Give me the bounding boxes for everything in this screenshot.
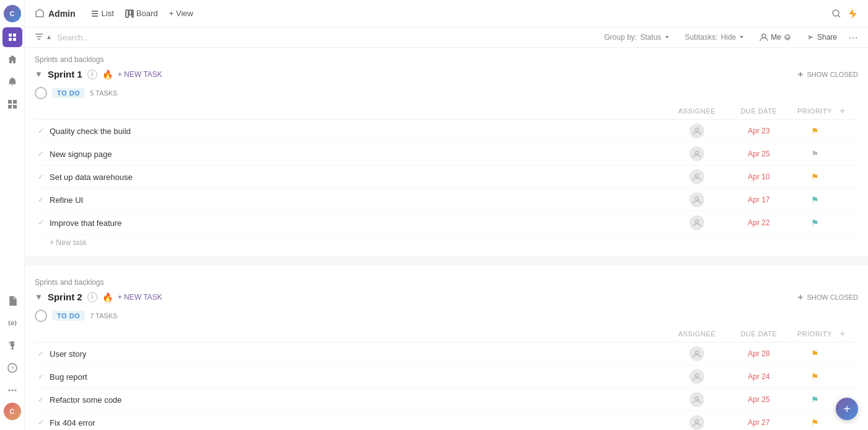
col-priority-header2: PRIORITY xyxy=(790,330,839,338)
sprint1-title-row: ▼ Sprint 1 i 🔥 + NEW TASK SHOW CLOSED xyxy=(35,68,858,83)
add-col-button[interactable]: + xyxy=(839,105,845,116)
sidebar-item-more[interactable] xyxy=(2,380,22,400)
scroll-content: Sprints and backlogs ▼ Sprint 1 i 🔥 + NE… xyxy=(25,48,868,430)
share-button[interactable]: Share xyxy=(802,31,841,43)
search-wrapper[interactable]: Search... xyxy=(57,33,89,42)
lightning-icon[interactable] xyxy=(847,8,858,19)
priority-flag: ⚑ xyxy=(811,372,819,382)
nav-board[interactable]: Board xyxy=(120,6,163,20)
task-due-date: Apr 22 xyxy=(728,218,790,227)
task-check[interactable]: ✓ xyxy=(35,195,47,204)
search-icon[interactable] xyxy=(831,8,842,19)
sprint1-group-circle[interactable] xyxy=(35,87,47,99)
task-check[interactable]: ✓ xyxy=(35,172,47,181)
task-check[interactable]: ✓ xyxy=(35,349,47,358)
more-options-button[interactable]: ⋯ xyxy=(848,32,858,43)
sidebar-item-help[interactable]: ? xyxy=(2,358,22,378)
task-priority: ⚑ xyxy=(790,195,839,205)
user-avatar[interactable]: C xyxy=(4,403,21,420)
task-due-date: Apr 10 xyxy=(728,172,790,181)
task-check[interactable]: ✓ xyxy=(35,218,47,227)
section-divider xyxy=(25,256,868,266)
sprint1-show-closed[interactable]: SHOW CLOSED xyxy=(797,71,858,78)
task-check[interactable]: ✓ xyxy=(35,150,47,158)
table-row[interactable]: ✓ Bug report Apr 24 ⚑ xyxy=(35,365,858,388)
svg-point-8 xyxy=(11,390,13,392)
table-row[interactable]: ✓ Fix 404 error Apr 27 ⚑ xyxy=(35,411,858,430)
assignee-avatar xyxy=(689,146,704,161)
me-button[interactable]: Me xyxy=(756,31,795,43)
sprint2-show-closed[interactable]: SHOW CLOSED xyxy=(797,293,858,301)
workspace-avatar[interactable]: C xyxy=(4,5,21,22)
sprint2-col-headers: ASSIGNEE DUE DATE PRIORITY + xyxy=(35,326,858,343)
svg-rect-10 xyxy=(126,10,128,17)
sprint2-info[interactable]: i xyxy=(87,292,97,302)
task-check[interactable]: ✓ xyxy=(35,127,47,135)
sprint2-group-tag: TO DO xyxy=(52,311,85,321)
task-name: New signup page xyxy=(47,150,666,159)
task-check[interactable]: ✓ xyxy=(35,372,47,381)
sprint2-collapse[interactable]: ▼ xyxy=(35,292,43,302)
svg-point-4 xyxy=(11,322,14,325)
fab-button[interactable]: + xyxy=(836,398,858,420)
task-due-date: Apr 27 xyxy=(728,418,790,427)
sprint1-collapse[interactable]: ▼ xyxy=(35,69,43,79)
sidebar-item-broadcast[interactable] xyxy=(2,313,22,333)
svg-text:?: ? xyxy=(11,365,14,372)
filter-button[interactable] xyxy=(35,33,52,42)
task-assignee xyxy=(666,169,728,184)
table-row[interactable]: ✓ Quality check the build Apr 23 ⚑ xyxy=(35,120,858,143)
task-due-date: Apr 23 xyxy=(728,127,790,135)
sprint1-flame[interactable]: 🔥 xyxy=(102,69,113,79)
task-name: Refactor some code xyxy=(47,395,666,405)
task-priority: ⚑ xyxy=(790,218,839,228)
sprint1-add-task[interactable]: + New task xyxy=(35,235,858,251)
sprint1-title: Sprint 1 xyxy=(48,69,82,79)
assignee-avatar xyxy=(689,123,704,138)
table-row[interactable]: ✓ New signup page Apr 25 ⚑ xyxy=(35,143,858,166)
table-row[interactable]: ✓ Improve that feature Apr 22 ⚑ xyxy=(35,212,858,235)
sprint2-new-task[interactable]: + NEW TASK xyxy=(118,293,162,302)
table-row[interactable]: ✓ User story Apr 28 ⚑ xyxy=(35,343,858,365)
svg-point-19 xyxy=(696,174,699,177)
task-check[interactable]: ✓ xyxy=(35,395,47,404)
sidebar-item-notifications[interactable] xyxy=(2,72,22,92)
task-name: Quality check the build xyxy=(47,127,666,136)
svg-point-25 xyxy=(696,420,699,423)
table-row[interactable]: ✓ Set up data warehouse Apr 10 ⚑ xyxy=(35,166,858,189)
svg-rect-2 xyxy=(9,38,12,41)
sprint1-section: Sprints and backlogs ▼ Sprint 1 i 🔥 + NE… xyxy=(25,48,868,251)
table-row[interactable]: ✓ Refine UI Apr 17 ⚑ xyxy=(35,189,858,212)
group-by-button[interactable]: Group by: Status xyxy=(600,31,673,43)
task-name: Fix 404 error xyxy=(47,418,666,428)
sprint2-group-circle[interactable] xyxy=(35,310,47,322)
toolbar-right: Group by: Status Subtasks: Hide Me Share xyxy=(600,31,858,43)
task-priority: ⚑ xyxy=(790,372,839,382)
task-check[interactable]: ✓ xyxy=(35,418,47,427)
sprint2-flame[interactable]: 🔥 xyxy=(102,292,113,302)
assignee-avatar xyxy=(689,192,704,207)
svg-point-21 xyxy=(696,220,699,223)
svg-rect-0 xyxy=(9,34,12,37)
sprint1-new-task[interactable]: + NEW TASK xyxy=(118,70,162,79)
sidebar-item-trophy[interactable] xyxy=(2,336,22,356)
task-assignee xyxy=(666,146,728,161)
nav-list[interactable]: List xyxy=(86,6,119,20)
table-row[interactable]: ✓ Refactor some code Apr 25 ⚑ xyxy=(35,388,858,411)
nav-add-view[interactable]: + View xyxy=(164,6,198,20)
add-col-button2[interactable]: + xyxy=(839,328,845,339)
topbar-nav: List Board + View xyxy=(86,6,198,20)
sprint1-group-count: 5 TASKS xyxy=(90,89,117,97)
task-priority: ⚑ xyxy=(790,149,839,159)
task-due-date: Apr 28 xyxy=(728,349,790,358)
sidebar-item-home[interactable] xyxy=(2,50,22,69)
col-assignee-header: ASSIGNEE xyxy=(666,107,728,115)
task-assignee xyxy=(666,215,728,230)
subtasks-button[interactable]: Subtasks: Hide xyxy=(681,31,749,43)
sprint1-info[interactable]: i xyxy=(87,69,97,79)
sidebar-item-tasks[interactable] xyxy=(2,27,22,47)
sidebar-item-grid[interactable] xyxy=(2,94,22,114)
assignee-avatar xyxy=(689,169,704,184)
assignee-avatar xyxy=(689,346,704,361)
sidebar-item-document[interactable] xyxy=(2,291,22,311)
